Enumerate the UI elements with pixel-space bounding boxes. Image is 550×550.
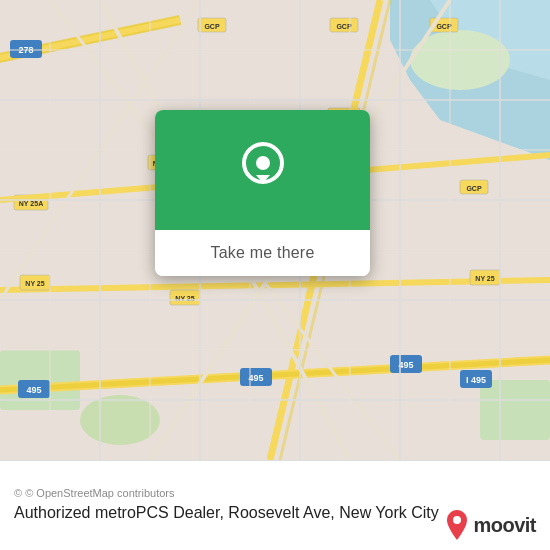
svg-point-71: [453, 516, 461, 524]
moovit-pin-icon: [445, 510, 469, 540]
popup-green-area: [155, 110, 370, 230]
svg-text:I 495: I 495: [466, 375, 486, 385]
svg-point-5: [80, 395, 160, 445]
svg-text:495: 495: [248, 373, 263, 383]
svg-text:NY 25: NY 25: [475, 275, 494, 282]
svg-text:GCP: GCP: [204, 23, 220, 30]
svg-rect-6: [480, 380, 550, 440]
copyright-symbol: ©: [14, 487, 22, 499]
svg-text:GCP: GCP: [466, 185, 482, 192]
take-me-there-button[interactable]: Take me there: [199, 240, 327, 266]
moovit-logo: moovit: [445, 510, 536, 540]
popup-card: Take me there: [155, 110, 370, 276]
attribution: © © OpenStreetMap contributors: [14, 487, 536, 499]
attribution-text: © OpenStreetMap contributors: [25, 487, 174, 499]
svg-point-69: [256, 156, 270, 170]
moovit-wordmark: moovit: [473, 514, 536, 537]
popup-button-area[interactable]: Take me there: [155, 230, 370, 276]
svg-text:NY 25: NY 25: [175, 295, 194, 302]
map-container: 278 NY 25A GCP GCP GCP GCP 495 495 495 N…: [0, 0, 550, 460]
svg-text:NY 25: NY 25: [25, 280, 44, 287]
bottom-bar: © © OpenStreetMap contributors Authorize…: [0, 460, 550, 550]
location-pin-icon: [240, 141, 286, 199]
svg-text:495: 495: [26, 385, 41, 395]
